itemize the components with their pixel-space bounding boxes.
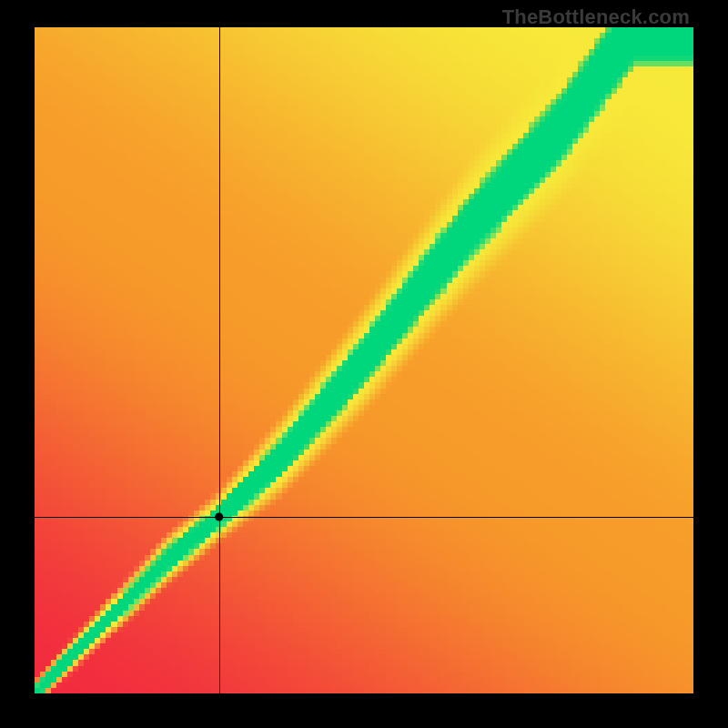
heatmap-canvas	[35, 27, 693, 693]
chart-frame: TheBottleneck.com	[0, 0, 728, 728]
watermark-text: TheBottleneck.com	[502, 5, 690, 29]
heatmap-plot	[35, 27, 693, 693]
